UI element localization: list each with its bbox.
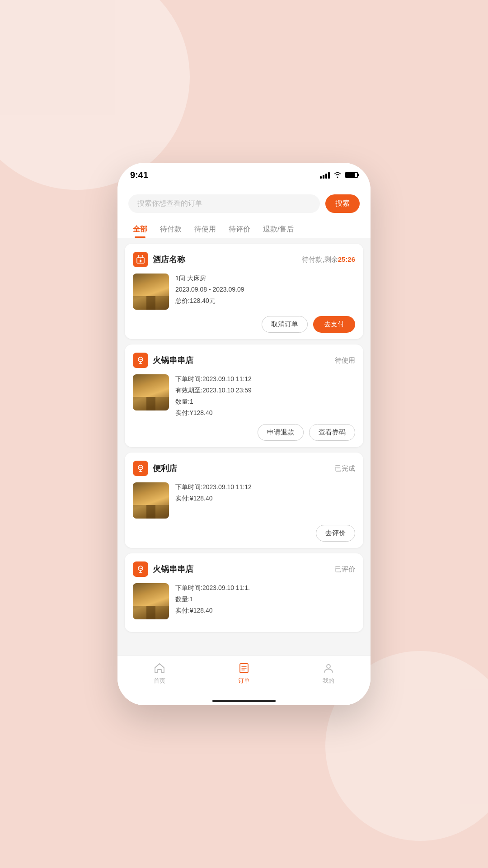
merchant-info-1: 酒店名称 <box>133 252 185 267</box>
order-details-2: 下单时间:2023.09.10 11:12 有效期至:2023.10.10 23… <box>175 374 355 418</box>
battery-icon <box>345 172 358 178</box>
search-bar: 搜索你想查看的订单 搜索 <box>117 187 371 218</box>
detail-4-1: 下单时间:2023.09.10 11:1. <box>175 583 355 593</box>
order-image-2 <box>133 374 169 410</box>
app-content: 搜索你想查看的订单 搜索 全部 待付款 待使用 待评价 退款/售后 <box>117 187 371 705</box>
order-body-2: 下单时间:2023.09.10 11:12 有效期至:2023.10.10 23… <box>133 374 355 418</box>
order-status-4: 已评价 <box>335 565 355 574</box>
merchant-info-2: 火锅串串店 <box>133 353 193 368</box>
tabs-bar: 全部 待付款 待使用 待评价 退款/售后 <box>117 218 371 238</box>
merchant-info-3: 便利店 <box>133 461 177 476</box>
food-icon-4 <box>133 561 148 577</box>
orders-nav-icon <box>237 661 251 675</box>
home-bar <box>212 700 276 702</box>
order-card-3: 便利店 已完成 下单时间:2023.09.10 11:12 实付:¥128.40 <box>125 453 363 548</box>
order-status-2: 待使用 <box>335 356 355 365</box>
detail-3-1: 下单时间:2023.09.10 11:12 <box>175 482 355 492</box>
home-nav-icon <box>153 661 166 675</box>
merchant-name-2: 火锅串串店 <box>153 355 193 366</box>
detail-1-3: 总价:128.40元 <box>175 296 355 306</box>
review-button[interactable]: 去评价 <box>316 525 355 542</box>
order-header-3: 便利店 已完成 <box>133 461 355 476</box>
order-list: 酒店名称 待付款,剩余25:26 1间 大床房 2023.09.08 - 202… <box>117 238 371 656</box>
merchant-info-4: 火锅串串店 <box>133 561 193 577</box>
merchant-name-1: 酒店名称 <box>153 254 185 265</box>
svg-point-16 <box>327 665 330 668</box>
order-actions-2: 申请退款 查看券码 <box>133 424 355 441</box>
tab-all[interactable]: 全部 <box>127 221 154 238</box>
phone-frame: 9:41 搜索你想查看的订单 搜索 全部 <box>117 163 371 705</box>
status-time: 9:41 <box>130 170 148 180</box>
order-status-3: 已完成 <box>335 464 355 473</box>
order-details-1: 1间 大床房 2023.09.08 - 2023.09.09 总价:128.40… <box>175 274 355 310</box>
signal-icon <box>320 171 330 179</box>
detail-2-2: 有效期至:2023.10.10 23:59 <box>175 386 355 395</box>
tab-pending-review[interactable]: 待评价 <box>222 221 257 238</box>
order-actions-1: 取消订单 去支付 <box>133 316 355 333</box>
order-header-1: 酒店名称 待付款,剩余25:26 <box>133 252 355 267</box>
search-button[interactable]: 搜索 <box>325 194 360 213</box>
status-bar: 9:41 <box>117 163 371 187</box>
tab-pending-pay[interactable]: 待付款 <box>154 221 188 238</box>
order-body-3: 下单时间:2023.09.10 11:12 实付:¥128.40 <box>133 482 355 519</box>
nav-profile[interactable]: 我的 <box>322 661 335 685</box>
detail-1-2: 2023.09.08 - 2023.09.09 <box>175 285 355 294</box>
detail-4-2: 数量:1 <box>175 594 355 604</box>
order-header-4: 火锅串串店 已评价 <box>133 561 355 577</box>
bottom-nav: 首页 订单 <box>117 656 371 696</box>
order-card-4: 火锅串串店 已评价 下单时间:2023.09.10 11:1. 数量:1 实付:… <box>125 553 363 632</box>
search-placeholder: 搜索你想查看的订单 <box>137 199 202 208</box>
order-details-3: 下单时间:2023.09.10 11:12 实付:¥128.40 <box>175 482 355 519</box>
nav-orders[interactable]: 订单 <box>237 661 251 685</box>
order-card-2: 火锅串串店 待使用 下单时间:2023.09.10 11:12 有效期至:202… <box>125 344 363 447</box>
detail-1-1: 1间 大床房 <box>175 274 355 283</box>
refund-button[interactable]: 申请退款 <box>258 424 304 441</box>
detail-2-1: 下单时间:2023.09.10 11:12 <box>175 374 355 384</box>
nav-profile-label: 我的 <box>323 677 334 685</box>
order-body-4: 下单时间:2023.09.10 11:1. 数量:1 实付:¥128.40 <box>133 583 355 619</box>
detail-3-2: 实付:¥128.40 <box>175 494 355 503</box>
detail-2-3: 数量:1 <box>175 397 355 406</box>
wifi-icon <box>333 172 342 178</box>
merchant-name-3: 便利店 <box>153 463 177 474</box>
order-status-1: 待付款,剩余25:26 <box>302 255 355 264</box>
nav-home[interactable]: 首页 <box>153 661 166 685</box>
pay-button[interactable]: 去支付 <box>313 316 355 333</box>
merchant-name-4: 火锅串串店 <box>153 564 193 575</box>
search-input[interactable]: 搜索你想查看的订单 <box>128 194 320 213</box>
order-card-1: 酒店名称 待付款,剩余25:26 1间 大床房 2023.09.08 - 202… <box>125 244 363 339</box>
food-icon-3 <box>133 461 148 476</box>
profile-nav-icon <box>322 661 335 675</box>
order-image-1 <box>133 274 169 310</box>
nav-home-label: 首页 <box>154 677 165 685</box>
order-header-2: 火锅串串店 待使用 <box>133 353 355 368</box>
countdown-1: 25:26 <box>338 255 355 263</box>
hotel-icon <box>133 252 148 267</box>
view-coupon-button[interactable]: 查看券码 <box>309 424 355 441</box>
cancel-order-button[interactable]: 取消订单 <box>262 316 308 333</box>
detail-2-4: 实付:¥128.40 <box>175 408 355 418</box>
order-details-4: 下单时间:2023.09.10 11:1. 数量:1 实付:¥128.40 <box>175 583 355 619</box>
food-icon-2 <box>133 353 148 368</box>
status-icons <box>320 171 358 179</box>
order-actions-3: 去评价 <box>133 525 355 542</box>
detail-4-3: 实付:¥128.40 <box>175 606 355 615</box>
order-image-3 <box>133 482 169 519</box>
nav-orders-label: 订单 <box>238 677 250 685</box>
order-body-1: 1间 大床房 2023.09.08 - 2023.09.09 总价:128.40… <box>133 274 355 310</box>
home-indicator <box>117 696 371 705</box>
tab-pending-use[interactable]: 待使用 <box>188 221 222 238</box>
order-image-4 <box>133 583 169 619</box>
tab-refund[interactable]: 退款/售后 <box>257 221 300 238</box>
